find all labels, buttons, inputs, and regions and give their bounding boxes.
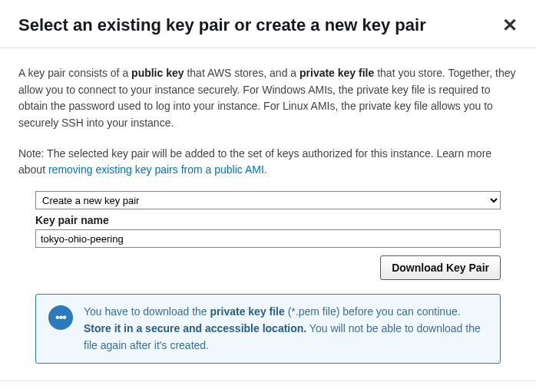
alert-text: You have to download the private key fil… xyxy=(84,304,488,354)
desc-bold-private-key-file: private key file xyxy=(299,67,374,79)
alert-span: (*.pem file) before you can continue. xyxy=(285,305,461,318)
download-keypair-button[interactable]: Download Key Pair xyxy=(380,255,501,280)
form-block: Create a new key pair Key pair name Down… xyxy=(18,191,518,364)
keypair-name-input[interactable] xyxy=(35,229,501,248)
keypair-name-label: Key pair name xyxy=(35,214,501,226)
close-button[interactable]: ✕ xyxy=(502,16,518,35)
download-row: Download Key Pair xyxy=(35,255,501,280)
note-suffix: . xyxy=(264,163,267,176)
note-paragraph: Note: The selected key pair will be adde… xyxy=(18,146,518,179)
alert-bold-store-location: Store it in a secure and accessible loca… xyxy=(84,322,306,334)
desc-text: A key pair consists of a xyxy=(18,67,131,79)
description-paragraph: A key pair consists of a public key that… xyxy=(18,65,518,132)
modal-body: A key pair consists of a public key that… xyxy=(0,48,536,364)
download-warning-alert: ••• You have to download the private key… xyxy=(35,294,501,364)
alert-span: You have to download the xyxy=(84,305,210,318)
alert-bold-private-key-file: private key file xyxy=(210,305,285,318)
learn-more-link[interactable]: removing existing key pairs from a publi… xyxy=(48,163,264,176)
desc-bold-public-key: public key xyxy=(131,67,184,79)
keypair-modal: Select an existing key pair or create a … xyxy=(0,0,536,392)
modal-title: Select an existing key pair or create a … xyxy=(18,15,426,35)
modal-header: Select an existing key pair or create a … xyxy=(0,0,536,48)
chat-bubble-icon: ••• xyxy=(48,305,73,330)
modal-footer: Cancel Launch Instances xyxy=(0,380,536,392)
keypair-action-select[interactable]: Create a new key pair xyxy=(35,191,501,209)
desc-text: that AWS stores, and a xyxy=(184,67,299,79)
